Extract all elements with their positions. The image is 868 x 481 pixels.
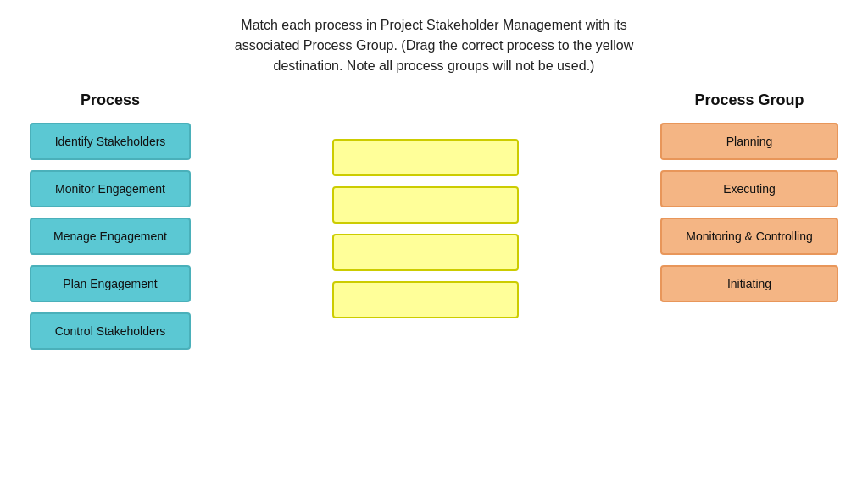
instructions-line1: Match each process in Project Stakeholde… [241,18,626,32]
dropzones-column [328,91,523,329]
process-item-monitor[interactable]: Monitor Engagement [30,170,191,207]
process-header: Process [81,91,140,109]
process-item-plan[interactable]: Plan Engagement [30,265,191,302]
drop-zone-1[interactable] [332,139,519,176]
process-column: Process Identify Stakeholders Monitor En… [25,91,195,360]
process-item-control[interactable]: Control Stakeholders [30,312,191,350]
group-item-executing: Executing [660,170,838,207]
instructions-line3: destination. Note all process groups wil… [274,58,595,73]
process-group-column: Process Group Planning Executing Monitor… [656,91,843,312]
group-item-initiating: Initiating [660,265,838,302]
instructions-text: Match each process in Project Stakeholde… [235,15,633,76]
drop-zone-2[interactable] [332,186,519,224]
process-group-header: Process Group [694,91,804,109]
group-item-monitoring: Monitoring & Controlling [660,218,838,255]
columns-wrapper: Process Identify Stakeholders Monitor En… [25,91,843,360]
process-item-identify[interactable]: Identify Stakeholders [30,123,191,160]
drop-zone-3[interactable] [332,234,519,271]
drop-zone-4[interactable] [332,281,519,318]
page-container: Match each process in Project Stakeholde… [0,0,868,481]
instructions-line2: associated Process Group. (Drag the corr… [235,38,633,53]
process-item-manage[interactable]: Menage Engagement [30,218,191,255]
group-item-planning: Planning [660,123,838,160]
